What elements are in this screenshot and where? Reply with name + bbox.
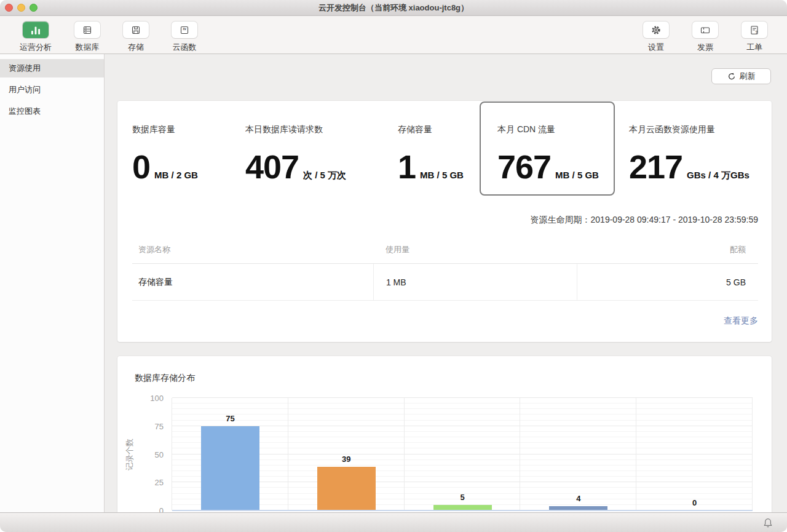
sidebar-item-label: 用户访问 [9,84,41,95]
table-cell-quota: 5 GB [577,264,758,300]
resource-lifecycle-text: 资源生命周期：2019-09-28 09:49:17 - 2019-10-28 … [117,215,772,226]
gridline [172,408,753,409]
table-row[interactable]: 存储容量 1 MB 5 GB [132,264,758,301]
svg-text:fx: fx [183,27,187,31]
stat-card-storage-capacity: 存储容量 1 MB / 5 GB [383,124,483,208]
stat-card-cloud-function-usage: 本月云函数资源使用量 217 GBs / 4 万GBs [614,124,772,208]
stats-row: 数据库容量 0 MB / 2 GB 本日数据库读请求数 407 次 / 5 万次 [117,101,772,208]
stat-value: 217 [629,150,682,183]
chart-bar-value: 4 [576,494,580,503]
toolbar-item-label: 云函数 [173,42,197,53]
function-icon: fx [172,22,197,38]
sidebar-item-user-access[interactable]: 用户访问 [0,81,104,99]
stat-value: 407 [245,150,299,183]
sidebar: 资源使用 用户访问 监控图表 [0,54,105,531]
sidebar-item-resource-usage[interactable]: 资源使用 [0,59,104,77]
refresh-icon [727,72,736,81]
traffic-lights [5,4,38,12]
toolbar-item-database[interactable]: 数据库 [74,22,100,53]
sidebar-item-label: 监控图表 [9,106,41,117]
table-header-row: 资源名称 使用量 配额 [132,236,758,264]
toolbar-right-group: 设置 发票 ? [643,16,767,53]
database-storage-panel: 数据库存储分布 记录个数 0255075100 7539540 [117,356,772,531]
chart-bar[interactable] [317,467,376,510]
stat-unit: 次 / 5 万次 [303,170,346,181]
chart-bar-value: 75 [226,414,234,423]
chart-plot: 7539540 [172,398,753,510]
bell-icon[interactable] [762,517,773,528]
toolbar-item-settings[interactable]: 设置 [643,22,669,53]
stat-value: 1 [398,150,416,183]
stat-value: 0 [132,150,150,183]
database-icon [74,22,100,38]
refresh-label: 刷新 [740,71,756,82]
invoice-icon [692,22,718,38]
stat-unit: MB / 2 GB [154,170,198,180]
gridline [172,397,753,398]
refresh-button[interactable]: 刷新 [711,68,771,84]
toolbar-item-operations-analysis[interactable]: 运营分析 [20,22,52,53]
sidebar-item-label: 资源使用 [9,63,41,74]
stat-unit: MB / 5 GB [555,170,599,180]
toolbar-item-invoice[interactable]: 发票 [692,22,718,53]
toolbar-item-work-order[interactable]: ? 工单 [742,22,767,53]
stat-label: 本月 CDN 流量 [497,124,614,135]
main-content: 刷新 数据库容量 0 MB / 2 GB 本日数据库读请求数 [105,54,787,531]
usage-overview-panel: 数据库容量 0 MB / 2 GB 本日数据库读请求数 407 次 / 5 万次 [117,101,772,342]
chart-bar[interactable] [201,426,259,510]
svg-text:?: ? [755,30,757,34]
stat-card-database-capacity: 数据库容量 0 MB / 2 GB [117,124,231,208]
zoom-button[interactable] [30,4,38,12]
gridline [172,420,753,421]
stat-unit: GBs / 4 万GBs [687,170,749,181]
chart-y-ticks: 0255075100 [130,398,164,510]
toolbar-item-label: 存储 [128,42,144,53]
table-header-resource-name: 资源名称 [132,244,373,255]
statusbar [0,512,787,532]
category-separator [752,398,753,510]
stat-label: 存储容量 [398,124,483,135]
stat-label: 数据库容量 [132,124,231,135]
stat-card-cdn-traffic[interactable]: 本月 CDN 流量 767 MB / 5 GB [483,124,614,208]
gear-icon [643,22,669,38]
view-more-link[interactable]: 查看更多 [117,316,772,327]
category-separator [404,398,405,510]
stat-card-db-read-requests: 本日数据库读请求数 407 次 / 5 万次 [231,124,383,208]
table-cell-resource-name: 存储容量 [132,264,373,300]
stat-unit: MB / 5 GB [420,170,464,180]
y-tick-label: 75 [155,421,164,431]
chart-bar-value: 0 [692,498,697,507]
chart-bar-value: 5 [460,493,464,502]
close-button[interactable] [5,4,13,12]
stat-label: 本月云函数资源使用量 [629,124,772,135]
category-separator [520,398,520,510]
toolbar-item-label: 数据库 [76,42,100,53]
minimize-button[interactable] [17,4,25,12]
table-header-usage: 使用量 [373,244,577,255]
bar-chart-icon [23,22,49,38]
stat-label: 本日数据库读请求数 [245,124,383,135]
titlebar: 云开发控制台（当前环境 xiaodou-jtc8g） [0,0,787,16]
y-tick-label: 25 [155,478,164,487]
category-separator [636,398,636,510]
toolbar-item-label: 运营分析 [20,42,52,53]
app-window: 云开发控制台（当前环境 xiaodou-jtc8g） 运营分析 [0,0,787,532]
y-tick-label: 50 [155,450,164,459]
storage-icon [123,22,149,38]
table-cell-usage: 1 MB [373,264,577,300]
sidebar-item-monitor-charts[interactable]: 监控图表 [0,102,104,121]
stat-value: 767 [497,150,551,183]
toolbar-item-label: 设置 [648,42,664,53]
y-tick-label: 100 [150,394,164,403]
ticket-icon: ? [742,22,767,38]
toolbar-item-storage[interactable]: 存储 [123,22,149,53]
chart-baseline [172,510,753,511]
toolbar: 运营分析 数据库 [0,16,787,54]
toolbar-item-label: 工单 [746,42,762,53]
gridline [172,403,753,403]
chart-title: 数据库存储分布 [135,373,195,384]
category-separator [288,398,288,510]
gridline [172,414,753,415]
window-title: 云开发控制台（当前环境 xiaodou-jtc8g） [318,2,469,14]
toolbar-item-cloud-function[interactable]: fx 云函数 [172,22,197,53]
